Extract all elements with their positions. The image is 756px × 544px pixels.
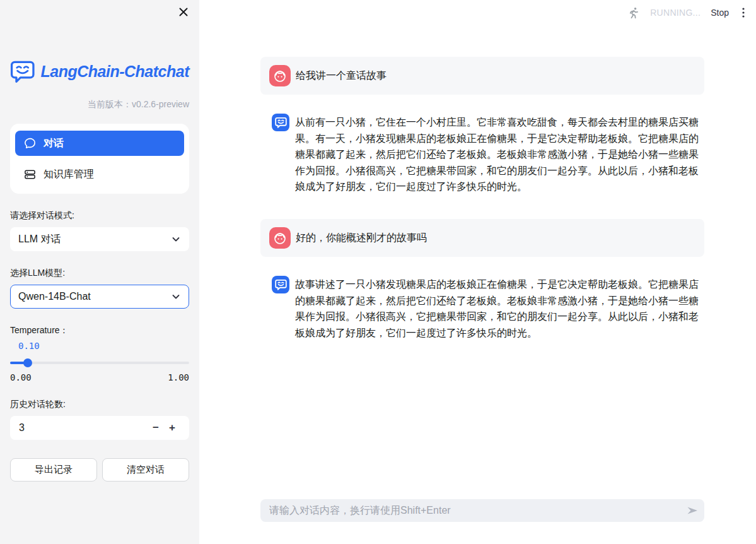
message-text: 从前有一只小猪，它住在一个小村庄里。它非常喜欢吃甜食，每天都会去村里的糖果店买糖… — [295, 114, 704, 195]
message-text: 给我讲一个童话故事 — [296, 68, 387, 84]
logo-chat-smiley-icon — [10, 60, 35, 83]
llm-model-label: 选择LLM模型: — [10, 268, 189, 279]
close-icon — [178, 7, 189, 17]
chat-input[interactable] — [260, 505, 680, 516]
knowledge-base-icon — [24, 169, 36, 180]
send-button[interactable] — [680, 499, 704, 522]
app-status-bar: RUNNING... Stop — [627, 0, 756, 25]
slider-track — [10, 362, 189, 364]
chevron-down-icon — [171, 292, 181, 302]
history-rounds-label: 历史对话轮数: — [10, 399, 189, 410]
message-text: 好的，你能概述刚才的故事吗 — [296, 230, 427, 246]
clear-dialogue-button[interactable]: 清空对话 — [102, 458, 189, 482]
menu-item-dialogue[interactable]: 对话 — [15, 131, 184, 156]
stop-button[interactable]: Stop — [711, 8, 729, 18]
chat-message-assistant: 故事讲述了一只小猪发现糖果店的老板娘正在偷糖果，于是它决定帮助老板娘。它把糖果店… — [260, 276, 704, 341]
kebab-menu-button[interactable] — [739, 6, 748, 19]
temperature-slider[interactable] — [10, 358, 189, 367]
export-records-button[interactable]: 导出记录 — [10, 458, 97, 482]
send-icon — [687, 505, 699, 516]
temperature-min: 0.00 — [10, 372, 32, 382]
dialogue-mode-label: 请选择对话模式: — [10, 210, 189, 222]
temperature-range: 0.00 1.00 — [10, 372, 189, 382]
chat-message-assistant: 从前有一只小猪，它住在一个小村庄里。它非常喜欢吃甜食，每天都会去村里的糖果店买糖… — [260, 114, 704, 195]
chat-bubble-icon — [24, 138, 36, 150]
main-area: RUNNING... Stop 给我讲一个童话故事 — [199, 0, 756, 544]
sidebar-close-button[interactable] — [177, 5, 190, 19]
user-avatar-icon — [269, 227, 291, 249]
llm-model-select[interactable]: Qwen-14B-Chat — [10, 285, 189, 309]
chat-message-user: 给我讲一个童话故事 — [260, 57, 704, 95]
version-label: 当前版本： — [88, 99, 132, 109]
dialogue-mode-value: LLM 对话 — [18, 233, 61, 246]
increment-button[interactable]: + — [164, 422, 180, 434]
temperature-value: 0.10 — [18, 341, 189, 351]
temperature-label: Temperature： — [10, 325, 189, 336]
menu-item-dialogue-label: 对话 — [44, 137, 64, 150]
assistant-avatar-icon — [272, 276, 289, 293]
llm-model-value: Qwen-14B-Chat — [18, 291, 91, 302]
app-logo: LangChain-Chatchat — [10, 60, 189, 83]
sidebar-menu: 对话 知识库管理 — [10, 124, 189, 194]
chat-message-user: 好的，你能概述刚才的故事吗 — [260, 219, 704, 257]
user-avatar-icon — [269, 65, 291, 86]
temperature-max: 1.00 — [168, 372, 189, 382]
kebab-icon — [739, 6, 748, 19]
version-info: 当前版本：v0.2.6-preview — [10, 99, 189, 110]
message-text: 故事讲述了一只小猪发现糖果店的老板娘正在偷糖果，于是它决定帮助老板娘。它把糖果店… — [295, 276, 704, 341]
menu-item-knowledge-base-label: 知识库管理 — [44, 168, 94, 181]
history-rounds-stepper: 3 − + — [10, 416, 189, 440]
decrement-button[interactable]: − — [148, 422, 164, 434]
chat-input-bar — [260, 499, 704, 522]
slider-thumb[interactable] — [23, 358, 32, 367]
sidebar: LangChain-Chatchat 当前版本：v0.2.6-preview 对… — [0, 0, 199, 544]
menu-item-knowledge-base[interactable]: 知识库管理 — [15, 162, 184, 187]
version-value: v0.2.6-preview — [132, 99, 189, 109]
chevron-down-icon — [171, 234, 181, 244]
sidebar-actions: 导出记录 清空对话 — [10, 458, 189, 482]
history-rounds-input[interactable]: 3 — [19, 422, 148, 434]
app-title: LangChain-Chatchat — [41, 62, 189, 81]
chat-history: 给我讲一个童话故事 从前有一只小猪，它住在一个小村庄里。它非常喜欢吃甜食，每天都… — [260, 57, 704, 341]
status-running-text: RUNNING... — [650, 8, 701, 18]
running-man-icon — [627, 6, 640, 20]
assistant-avatar-icon — [272, 114, 289, 131]
dialogue-mode-select[interactable]: LLM 对话 — [10, 227, 189, 251]
